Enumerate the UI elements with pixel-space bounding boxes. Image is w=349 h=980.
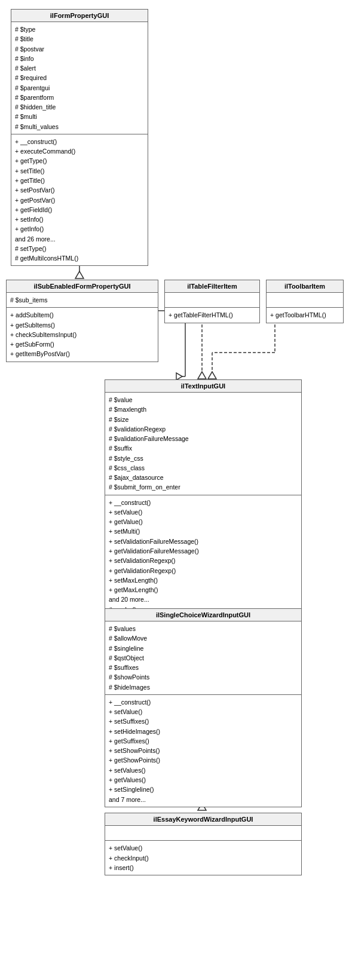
field-maxlength: # $maxlength: [109, 405, 298, 414]
field-qstObject: # $qstObject: [109, 653, 298, 663]
method-getSubItems: + getSubItems(): [10, 320, 154, 330]
field-submit_form_on_enter: # $submit_form_on_enter: [109, 482, 298, 492]
method-getInfo: + getInfo(): [15, 224, 144, 234]
ilToolbarItem-title: ilToolbarItem: [267, 280, 343, 293]
method-setMulti: + setMulti(): [109, 526, 298, 536]
method-setValidationRegexp: + setValidationRegexp(): [109, 556, 298, 565]
method-setValue2: + setValue(): [109, 707, 298, 716]
method-setType: # setType(): [15, 244, 144, 253]
field-parentform: # $parentform: [15, 93, 144, 102]
method-getTitle: + getTitle(): [15, 176, 144, 185]
field-values: # $values: [109, 624, 298, 633]
field-suffixes: # $suffixes: [109, 663, 298, 672]
method-setPostVar: + setPostVar(): [15, 185, 144, 195]
method-setValidationFailureMessage: + setValidationFailureMessage(): [109, 537, 298, 546]
method-insert: + insert(): [109, 863, 298, 872]
ilToolbarItem-fields: [267, 293, 343, 308]
ilEssayKeywordWizardInputGUI-methods: + setValue() + checkInput() + insert(): [105, 841, 301, 875]
field-value: # $value: [109, 395, 298, 405]
method-getValidationRegexp: + getValidationRegexp(): [109, 566, 298, 575]
ilTableFilterItem-box: ilTableFilterItem + getTableFilterHTML(): [164, 280, 260, 323]
field-css_class: # $css_class: [109, 463, 298, 473]
field-showPoints: # $showPoints: [109, 672, 298, 682]
method-setValue3: + setValue(): [109, 843, 298, 853]
field-hideImages: # $hideImages: [109, 682, 298, 692]
ilSingleChoiceWizardInputGUI-methods: + __construct() + setValue() + setSuffix…: [105, 695, 301, 807]
method-getMultiIconsHTML: # getMultiIconsHTML(): [15, 253, 144, 263]
method-getValues: + getValues(): [109, 775, 298, 785]
field-multi: # $multi: [15, 112, 144, 121]
field-parentgui: # $parentgui: [15, 83, 144, 93]
ilSingleChoiceWizardInputGUI-box: ilSingleChoiceWizardInputGUI # $values #…: [105, 608, 302, 807]
method-getSubForm: + getSubForm(): [10, 339, 154, 349]
ilSubEnabledFormPropertyGUI-fields: # $sub_items: [7, 293, 158, 308]
ilTextInputGUI-fields: # $value # $maxlength # $size # $validat…: [105, 393, 301, 495]
ilSubEnabledFormPropertyGUI-box: ilSubEnabledFormPropertyGUI # $sub_items…: [6, 280, 158, 362]
method-setSuffixes: + setSuffixes(): [109, 716, 298, 726]
field-sub_items: # $sub_items: [10, 295, 154, 305]
field-validationFailureMessage: # $validationFailureMessage: [109, 434, 298, 443]
method-getFieldId: + getFieldId(): [15, 205, 144, 215]
ilEssayKeywordWizardInputGUI-box: ilEssayKeywordWizardInputGUI + setValue(…: [105, 813, 302, 875]
method-checkInput: + checkInput(): [109, 853, 298, 863]
method-construct3: + __construct(): [109, 697, 298, 707]
ilTextInputGUI-box: ilTextInputGUI # $value # $maxlength # $…: [105, 379, 302, 617]
method-getTableFilterHTML: + getTableFilterHTML(): [169, 310, 256, 320]
field-validationRegexp: # $validationRegexp: [109, 424, 298, 434]
field-info: # $info: [15, 54, 144, 63]
method-setInfo: + setInfo(): [15, 215, 144, 224]
method-setMaxLength: + setMaxLength(): [109, 575, 298, 585]
method-getMaxLength: + getMaxLength(): [109, 585, 298, 595]
field-singleline: # $singleline: [109, 644, 298, 653]
method-and26more: and 26 more...: [15, 234, 144, 244]
field-allowMove: # $allowMove: [109, 633, 298, 643]
field-hidden_title: # $hidden_title: [15, 102, 144, 112]
field-type: # $type: [15, 24, 144, 34]
ilSubEnabledFormPropertyGUI-title: ilSubEnabledFormPropertyGUI: [7, 280, 158, 293]
ilFormPropertyGUI-title: ilFormPropertyGUI: [11, 10, 148, 22]
method-setTitle: + setTitle(): [15, 166, 144, 176]
field-title: # $title: [15, 34, 144, 44]
field-style_css: # $style_css: [109, 454, 298, 463]
method-getSuffixes: + getSuffixes(): [109, 736, 298, 746]
field-multi_values: # $multi_values: [15, 122, 144, 131]
field-required: # $required: [15, 73, 144, 82]
svg-marker-7: [198, 372, 206, 379]
method-executeCommand: + executeCommand(): [15, 146, 144, 156]
ilToolbarItem-box: ilToolbarItem + getToolbarHTML(): [266, 280, 344, 323]
ilEssayKeywordWizardInputGUI-fields: [105, 826, 301, 841]
method-checkSubItemsInput: + checkSubItemsInput(): [10, 330, 154, 339]
ilEssayKeywordWizardInputGUI-title: ilEssayKeywordWizardInputGUI: [105, 813, 301, 826]
method-and7more: and 7 more...: [109, 795, 298, 804]
method-setSingleline: + setSingleline(): [109, 785, 298, 794]
method-getValue: + getValue(): [109, 517, 298, 526]
method-getShowPoints: + getShowPoints(): [109, 755, 298, 765]
diagram-container: ilFormPropertyGUI # $type # $title # $po…: [0, 0, 349, 980]
ilSingleChoiceWizardInputGUI-title: ilSingleChoiceWizardInputGUI: [105, 609, 301, 621]
field-ajax_datasource: # $ajax_datasource: [109, 473, 298, 482]
ilFormPropertyGUI-methods: + __construct() + executeCommand() + get…: [11, 134, 148, 265]
method-getPostVar: + getPostVar(): [15, 195, 144, 205]
ilTextInputGUI-methods: + __construct() + setValue() + getValue(…: [105, 495, 301, 617]
method-setValues: + setValues(): [109, 765, 298, 775]
ilToolbarItem-methods: + getToolbarHTML(): [267, 308, 343, 322]
method-getItemByPostVar: + getItemByPostVar(): [10, 349, 154, 359]
field-alert: # $alert: [15, 63, 144, 73]
svg-marker-11: [208, 372, 216, 379]
method-construct2: + __construct(): [109, 498, 298, 507]
svg-marker-1: [75, 271, 84, 278]
ilTextInputGUI-title: ilTextInputGUI: [105, 380, 301, 393]
field-postvar: # $postvar: [15, 44, 144, 54]
ilFormPropertyGUI-box: ilFormPropertyGUI # $type # $title # $po…: [11, 9, 148, 266]
ilTableFilterItem-fields: [165, 293, 259, 308]
method-getType: + getType(): [15, 156, 144, 166]
method-and20more: and 20 more...: [109, 595, 298, 604]
method-getValidationFailureMessage: + getValidationFailureMessage(): [109, 546, 298, 556]
field-suffix: # $suffix: [109, 443, 298, 453]
ilSingleChoiceWizardInputGUI-fields: # $values # $allowMove # $singleline # $…: [105, 621, 301, 695]
method-getToolbarHTML: + getToolbarHTML(): [270, 310, 339, 320]
method-setValue: + setValue(): [109, 507, 298, 517]
method-construct: + __construct(): [15, 137, 144, 146]
ilFormPropertyGUI-fields: # $type # $title # $postvar # $info # $a…: [11, 22, 148, 134]
method-addSubItem: + addSubItem(): [10, 310, 154, 320]
